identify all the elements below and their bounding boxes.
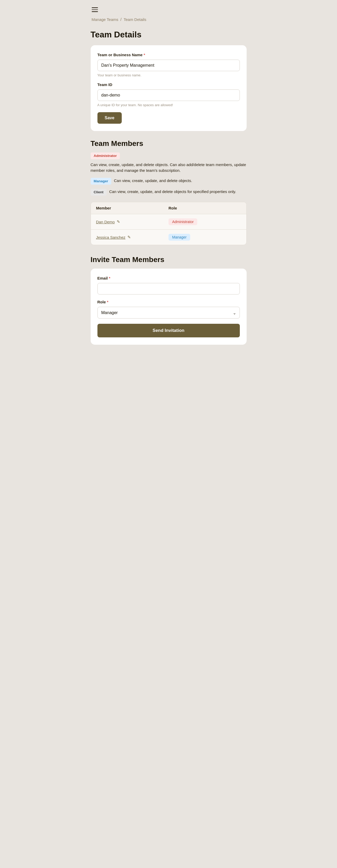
main-content: Team Details Team or Business Name * You… <box>85 30 253 355</box>
hamburger-menu-button[interactable] <box>92 7 100 12</box>
business-name-input[interactable] <box>97 60 240 71</box>
breadcrumb-manage-teams[interactable]: Manage Teams <box>92 17 119 22</box>
table-row: Jessica Sanchez ✎ Manager <box>91 229 246 245</box>
dan-demo-edit-icon[interactable]: ✎ <box>117 219 120 224</box>
jessica-sanchez-edit-icon[interactable]: ✎ <box>128 235 131 240</box>
invite-section-title: Invite Team Members <box>91 255 247 264</box>
members-table: Member Role Dan Demo ✎ Administrator Jes… <box>91 202 247 245</box>
admin-role-desc: Administrator Can view, create, update, … <box>91 152 247 174</box>
members-table-header: Member Role <box>91 202 246 214</box>
role-required: * <box>107 300 108 304</box>
email-label: Email * <box>97 276 240 280</box>
invite-section: Invite Team Members Email * Role * Manag… <box>91 255 247 345</box>
team-details-card: Team or Business Name * Your team or bus… <box>91 45 247 131</box>
page-title: Team Details <box>91 30 247 39</box>
team-members-title: Team Members <box>91 140 247 148</box>
manager-role-text: Can view, create, update, and delete obj… <box>114 178 192 184</box>
client-role-badge: Client <box>91 189 107 196</box>
client-role-text: Can view, create, update, and delete obj… <box>109 189 236 195</box>
business-name-hint: Your team or business name. <box>97 73 240 77</box>
member-role-cell: Administrator <box>168 218 241 225</box>
admin-role-badge: Administrator <box>91 152 120 159</box>
table-row: Dan Demo ✎ Administrator <box>91 214 246 229</box>
email-required: * <box>109 276 110 280</box>
jessica-sanchez-role-badge: Manager <box>168 234 190 241</box>
breadcrumb-separator: / <box>121 17 122 22</box>
role-descriptions: Administrator Can view, create, update, … <box>91 152 247 196</box>
header: Manage Teams / Team Details <box>85 0 253 30</box>
manager-role-badge: Manager <box>91 178 111 185</box>
team-id-hint: A unique ID for your team. No spaces are… <box>97 103 240 107</box>
breadcrumb-current-page: Team Details <box>124 17 146 22</box>
role-select-wrapper: Manager Administrator Client ⌄ <box>97 307 240 318</box>
email-input[interactable] <box>97 283 240 294</box>
team-id-input[interactable] <box>97 89 240 101</box>
role-select[interactable]: Manager Administrator Client <box>97 307 240 318</box>
business-name-required: * <box>144 53 145 57</box>
dan-demo-role-badge: Administrator <box>168 218 197 225</box>
send-invitation-button[interactable]: Send Invitation <box>97 324 240 337</box>
manager-role-desc: Manager Can view, create, update, and de… <box>91 178 247 185</box>
business-name-label: Team or Business Name * <box>97 53 240 57</box>
breadcrumb: Manage Teams / Team Details <box>92 17 245 22</box>
save-button[interactable]: Save <box>97 112 122 124</box>
client-role-desc: Client Can view, create, update, and del… <box>91 189 247 196</box>
member-role-cell: Manager <box>168 234 241 241</box>
team-id-label: Team ID <box>97 82 240 87</box>
invite-card: Email * Role * Manager Administrator Cli… <box>91 269 247 345</box>
member-name-cell: Dan Demo ✎ <box>96 219 169 224</box>
role-label: Role * <box>97 300 240 304</box>
admin-role-text: Can view, create, update, and delete obj… <box>91 162 247 174</box>
member-column-header: Member <box>96 206 169 210</box>
member-name-cell: Jessica Sanchez ✎ <box>96 235 169 240</box>
jessica-sanchez-link[interactable]: Jessica Sanchez <box>96 235 126 240</box>
dan-demo-link[interactable]: Dan Demo <box>96 220 115 224</box>
role-column-header: Role <box>168 206 241 210</box>
